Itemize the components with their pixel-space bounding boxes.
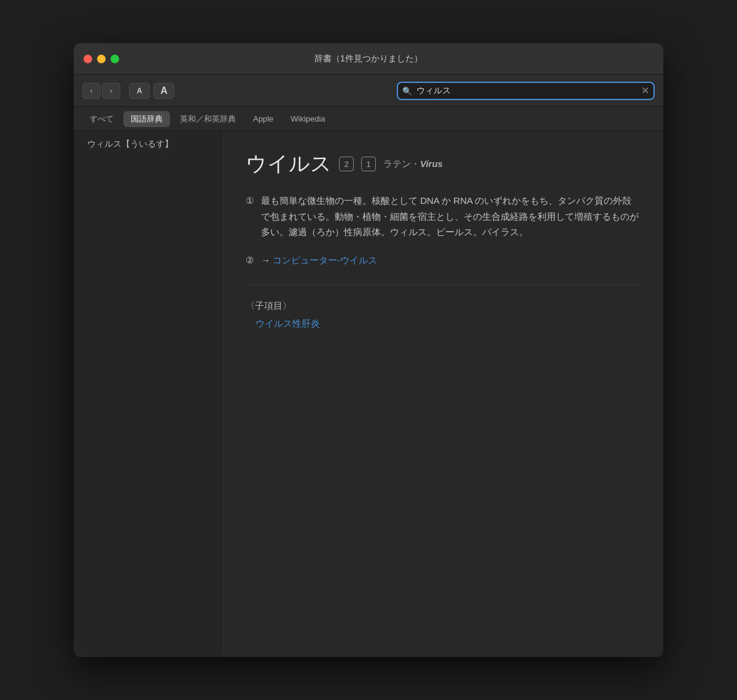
- search-clear-button[interactable]: ✕: [641, 86, 649, 96]
- font-decrease-button[interactable]: A: [129, 83, 150, 99]
- search-input[interactable]: [397, 82, 655, 100]
- list-item: ① 最も簡単な微生物の一種。核酸として DNA か RNA のいずれかをもち、タ…: [246, 193, 639, 240]
- traffic-lights: [84, 55, 119, 63]
- font-increase-button[interactable]: A: [154, 83, 174, 99]
- titlebar: 辞書（1件見つかりました）: [74, 43, 663, 75]
- search-icon: 🔍: [402, 86, 412, 95]
- entry-title: ウイルス: [246, 150, 332, 178]
- font-size-controls: A A: [129, 83, 174, 99]
- def-arrow: →: [261, 255, 270, 265]
- search-container: 🔍 ✕: [397, 82, 655, 100]
- sub-entry-link[interactable]: ウイルス性肝炎: [255, 318, 639, 330]
- tab-all[interactable]: すべて: [82, 111, 121, 127]
- maximize-button[interactable]: [111, 55, 119, 63]
- tabbar: すべて 国語辞典 英和／和英辞典 Apple Wikipedia: [74, 107, 663, 131]
- definition-panel: ウイルス 2 1 ラテン・Virus ① 最も簡単な微生物の一種。核酸として D…: [221, 131, 663, 657]
- badge-2: 2: [339, 157, 354, 171]
- tab-eiwa[interactable]: 英和／和英辞典: [173, 111, 243, 127]
- tab-kokugo[interactable]: 国語辞典: [123, 111, 170, 127]
- origin-word: Virus: [420, 158, 443, 169]
- divider: [246, 285, 639, 286]
- def-number-2: ②: [246, 252, 254, 268]
- sub-entries-label: 〈子項目〉: [246, 300, 639, 312]
- computer-virus-link[interactable]: コンピューター-ウイルス: [273, 255, 377, 265]
- main-content: ウィルス【ういるす】 ウイルス 2 1 ラテン・Virus ① 最も簡単な微生物…: [74, 131, 663, 657]
- entry-origin: ラテン・Virus: [383, 158, 443, 170]
- def-text-2: → コンピューター-ウイルス: [261, 252, 377, 268]
- minimize-button[interactable]: [97, 55, 106, 63]
- toolbar: ‹ › A A 🔍 ✕: [74, 75, 663, 107]
- entry-header: ウイルス 2 1 ラテン・Virus: [246, 150, 639, 178]
- def-number-1: ①: [246, 193, 254, 240]
- app-window: 辞書（1件見つかりました） ‹ › A A 🔍 ✕ すべて 国語辞典 英和／和英…: [74, 43, 663, 657]
- list-item[interactable]: ウィルス【ういるす】: [77, 133, 217, 156]
- origin-prefix: ラテン・: [383, 158, 420, 169]
- tab-wikipedia[interactable]: Wikipedia: [283, 112, 332, 126]
- close-button[interactable]: [84, 55, 92, 63]
- nav-buttons: ‹ ›: [82, 83, 120, 99]
- badge-1: 1: [361, 157, 376, 171]
- window-title: 辞書（1件見つかりました）: [314, 53, 423, 64]
- sidebar: ウィルス【ういるす】: [74, 131, 221, 657]
- def-text-1: 最も簡単な微生物の一種。核酸として DNA か RNA のいずれかをもち、タンパ…: [261, 193, 639, 240]
- forward-button[interactable]: ›: [102, 83, 120, 99]
- back-button[interactable]: ‹: [82, 83, 101, 99]
- tab-apple[interactable]: Apple: [246, 112, 281, 126]
- definition-list: ① 最も簡単な微生物の一種。核酸として DNA か RNA のいずれかをもち、タ…: [246, 193, 639, 268]
- list-item: ② → コンピューター-ウイルス: [246, 252, 639, 268]
